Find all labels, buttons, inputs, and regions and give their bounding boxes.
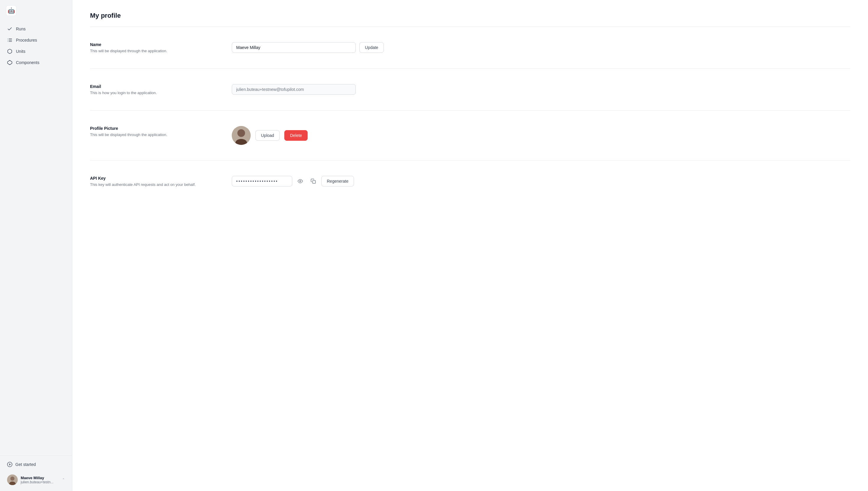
sidebar-item-procedures-label: Procedures [16, 38, 37, 42]
sidebar-item-units-label: Units [16, 49, 25, 54]
profile-pic-description: This will be displayed through the appli… [90, 133, 232, 137]
cube-icon [7, 49, 12, 54]
profile-pic-label-block: Profile Picture This will be displayed t… [90, 126, 232, 137]
svg-marker-6 [8, 60, 12, 65]
sidebar-item-units[interactable]: Units [4, 46, 68, 57]
svg-point-13 [300, 181, 301, 182]
profile-picture-section: Profile Picture This will be displayed t… [90, 118, 850, 153]
name-control: Update [232, 42, 850, 53]
email-input[interactable] [232, 84, 356, 95]
regenerate-button[interactable]: Regenerate [321, 176, 354, 186]
user-info: Maeve Millay julien.buteau+testn... [21, 475, 59, 484]
logo-emoji: 🤖 [8, 7, 15, 14]
api-key-heading: API Key [90, 176, 232, 181]
divider-top [90, 27, 850, 27]
divider-pic-api [90, 160, 850, 161]
copy-api-key-button[interactable] [308, 176, 318, 186]
sidebar-item-components-label: Components [16, 60, 39, 65]
divider-email-pic [90, 110, 850, 111]
name-description: This will be displayed through the appli… [90, 49, 232, 53]
name-label-block: Name This will be displayed through the … [90, 42, 232, 53]
email-heading: Email [90, 84, 232, 89]
user-profile-row[interactable]: Maeve Millay julien.buteau+testn... ⌃ [4, 472, 68, 488]
profile-pic-container: Upload Delete [232, 126, 308, 145]
play-icon [7, 462, 12, 467]
update-button[interactable]: Update [359, 42, 384, 53]
sidebar: 🤖 Runs P [0, 0, 72, 491]
name-section: Name This will be displayed through the … [90, 34, 850, 61]
svg-point-8 [10, 476, 15, 481]
api-key-description: This key will authenticate API requests … [90, 182, 232, 187]
delete-button[interactable]: Delete [284, 130, 307, 141]
sidebar-item-procedures[interactable]: Procedures [4, 35, 68, 46]
profile-pic-heading: Profile Picture [90, 126, 232, 131]
api-key-label-block: API Key This key will authenticate API r… [90, 176, 232, 187]
sidebar-footer: Get started Maeve Millay julien.buteau+t… [0, 455, 72, 491]
user-email: julien.buteau+testn... [21, 480, 59, 484]
sidebar-item-runs-label: Runs [16, 27, 26, 31]
email-description: This is how you login to the application… [90, 91, 232, 95]
user-avatar [7, 474, 18, 485]
email-label-block: Email This is how you login to the appli… [90, 84, 232, 95]
name-input[interactable] [232, 42, 356, 53]
svg-point-11 [237, 129, 245, 137]
get-started-label: Get started [16, 462, 36, 467]
api-key-inputs: Regenerate [232, 176, 354, 186]
app-logo: 🤖 [6, 5, 17, 16]
upload-button[interactable]: Upload [255, 130, 280, 141]
api-key-control: Regenerate [232, 176, 850, 186]
sidebar-nav: Runs Procedures [0, 21, 72, 455]
user-name: Maeve Millay [21, 475, 59, 480]
api-key-input[interactable] [232, 176, 292, 186]
sidebar-item-components[interactable]: Components [4, 57, 68, 68]
sidebar-item-runs[interactable]: Runs [4, 24, 68, 34]
copy-icon [311, 178, 316, 184]
show-api-key-button[interactable] [295, 176, 305, 186]
api-key-section: API Key This key will authenticate API r… [90, 168, 850, 195]
email-control [232, 84, 850, 95]
hexagon-icon [7, 60, 12, 65]
profile-pic-control: Upload Delete [232, 126, 850, 145]
svg-rect-14 [313, 181, 316, 183]
page-title: My profile [90, 12, 850, 20]
logo-container: 🤖 [0, 0, 72, 21]
check-icon [7, 26, 12, 32]
list-icon [7, 37, 12, 43]
eye-icon [298, 178, 303, 184]
profile-pic-image [232, 126, 251, 145]
chevron-up-icon: ⌃ [62, 478, 65, 482]
divider-name-email [90, 68, 850, 69]
get-started-item[interactable]: Get started [4, 459, 68, 470]
email-section: Email This is how you login to the appli… [90, 76, 850, 103]
main-content: My profile Name This will be displayed t… [72, 0, 868, 491]
name-heading: Name [90, 42, 232, 47]
